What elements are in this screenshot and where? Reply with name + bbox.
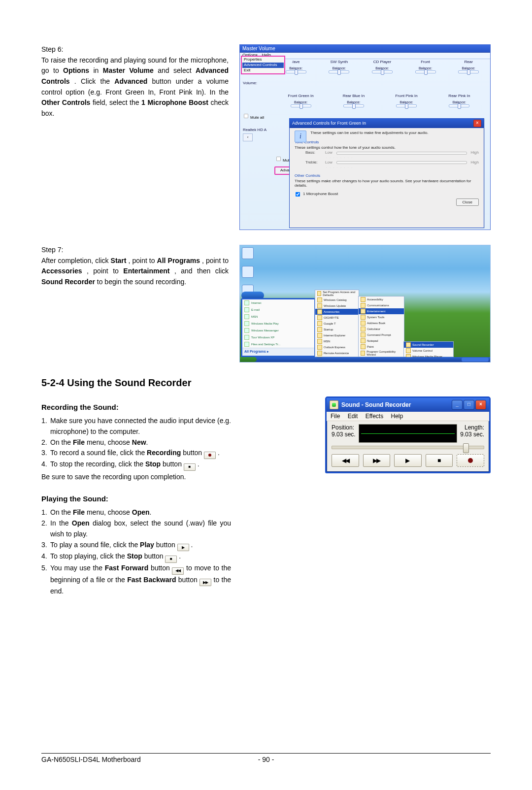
balance-slider[interactable] xyxy=(329,70,349,73)
start-panel-item[interactable]: Internet xyxy=(242,299,314,306)
stop-button[interactable] xyxy=(426,454,453,467)
bass-slider[interactable] xyxy=(336,152,467,155)
step6-label: Step 6: xyxy=(41,44,229,55)
menu-item[interactable]: Entertainment xyxy=(359,308,404,314)
menu-item[interactable]: Google T xyxy=(315,321,359,327)
record-button[interactable] xyxy=(457,454,484,467)
fast-forward-icon xyxy=(172,567,184,575)
menu-item[interactable]: Command Prompt xyxy=(359,332,404,338)
position-slider[interactable] xyxy=(332,446,484,449)
menu-item[interactable]: System Tools xyxy=(359,314,404,320)
page-footer: GA-N650SLI-DS4L Motherboard - 90 - xyxy=(41,753,491,763)
menu-item[interactable]: Internet Explorer xyxy=(315,332,359,338)
playing-heading: Playing the Sound: xyxy=(41,493,231,504)
options-menu-popup[interactable]: Properties Advanced Controls Exit xyxy=(241,56,285,74)
menu-item[interactable]: Paint xyxy=(359,344,404,350)
menu-item[interactable]: Program Compatibility Wizard xyxy=(359,350,404,357)
step7-text: Step 7: After completion, click Start , … xyxy=(41,245,229,362)
start-panel-item[interactable]: MSN xyxy=(242,313,314,320)
forward-button[interactable] xyxy=(363,454,391,467)
close-icon[interactable]: × xyxy=(473,120,481,127)
start-panel-item[interactable]: Tour Windows XP xyxy=(242,334,314,341)
menu-item[interactable]: Address Book xyxy=(359,320,404,326)
minimize-icon[interactable]: _ xyxy=(452,400,463,410)
sound-recorder-icon xyxy=(330,400,338,409)
sound-recorder-menubar[interactable]: File Edit Effects Help xyxy=(327,412,489,421)
sound-recorder-window: Sound - Sound Recorder _ □ × File Edit E… xyxy=(325,396,491,473)
footer-product: GA-N650SLI-DS4L Motherboard xyxy=(41,756,141,763)
step6-text: Step 6: To raise the recording and playi… xyxy=(41,44,229,230)
device-label: Realtek HD A xyxy=(243,128,266,132)
step7-label: Step 7: xyxy=(41,245,229,256)
entertainment-menu[interactable]: Sound RecorderVolume ControlWindows Medi… xyxy=(403,341,454,357)
mic-boost-checkbox[interactable]: 1 Microphone Boost xyxy=(295,191,479,198)
menu-item[interactable]: Accessories xyxy=(315,309,359,315)
start-panel-item[interactable]: Windows Media Play xyxy=(242,320,314,327)
mute-all-checkbox[interactable]: Mute all xyxy=(243,113,264,120)
xp-desktop-screenshot: InternetE-mailMSNWindows Media PlayWindo… xyxy=(239,245,491,362)
fast-backward-icon xyxy=(200,579,211,586)
maximize-icon[interactable]: □ xyxy=(464,400,474,410)
menu-item[interactable]: Set Program Access and Defaults xyxy=(315,290,359,297)
accessories-menu[interactable]: AccessibilityCommunicationsEntertainment… xyxy=(358,296,404,357)
desktop-icon[interactable] xyxy=(242,247,254,259)
menu-help[interactable]: Help xyxy=(391,413,403,420)
footer-page-number: - 90 - xyxy=(258,756,274,763)
balance-slider[interactable] xyxy=(291,104,311,107)
taskbar[interactable] xyxy=(240,357,490,362)
menu-item[interactable]: Notepad xyxy=(359,338,404,344)
menu-item[interactable]: Windows Messenger xyxy=(315,362,359,362)
slider-thumb[interactable] xyxy=(463,443,469,453)
menu-file[interactable]: File xyxy=(331,413,340,420)
close-icon[interactable]: × xyxy=(475,400,486,410)
close-button[interactable]: Close xyxy=(456,198,479,206)
balance-slider[interactable] xyxy=(286,70,306,73)
treble-slider[interactable] xyxy=(336,161,467,164)
stop-icon xyxy=(184,463,196,471)
master-volume-window: Master Volume Options Help Properties Ad… xyxy=(239,44,491,230)
menu-item[interactable]: Startup xyxy=(315,327,359,332)
menu-item[interactable]: Remote Assistance xyxy=(315,350,359,356)
play-button[interactable] xyxy=(394,454,422,467)
advanced-controls-dialog: Advanced Controls for Front Green In × T… xyxy=(289,118,484,228)
start-panel-item[interactable]: E-mail xyxy=(242,306,314,313)
rewind-button[interactable] xyxy=(332,454,359,467)
menu-item[interactable]: Windows Catalog xyxy=(315,297,359,303)
menu-item[interactable]: Communications xyxy=(359,302,404,308)
record-icon xyxy=(204,452,216,459)
balance-slider[interactable] xyxy=(458,70,479,73)
balance-slider[interactable] xyxy=(449,104,469,107)
menu-item[interactable]: Windows Update xyxy=(315,303,359,309)
sound-recorder-title: Sound - Sound Recorder xyxy=(341,401,411,408)
stop-icon xyxy=(165,556,177,563)
length-readout: Length: 9.03 sec. xyxy=(460,424,484,438)
start-button[interactable] xyxy=(240,357,257,362)
play-icon xyxy=(177,544,189,551)
balance-slider[interactable] xyxy=(415,70,436,73)
menu-effects[interactable]: Effects xyxy=(366,413,383,420)
start-panel-item[interactable]: Files and Settings Tr... xyxy=(242,341,314,348)
menu-item[interactable]: Accessibility xyxy=(359,296,404,302)
menu-item[interactable]: GIGABYTE xyxy=(315,315,359,321)
menu-item[interactable]: Calculator xyxy=(359,326,404,332)
menu-item[interactable]: Volume Control xyxy=(404,348,453,354)
balance-slider[interactable] xyxy=(396,104,417,107)
nav-left-icon[interactable]: ‹ xyxy=(243,133,253,141)
menu-item[interactable]: Sound Recorder xyxy=(404,342,453,348)
waveform-display xyxy=(359,424,458,443)
start-panel-item[interactable]: Windows Messenger xyxy=(242,327,314,334)
master-volume-title: Master Volume xyxy=(240,45,490,53)
balance-slider[interactable] xyxy=(372,70,393,73)
start-panel[interactable]: InternetE-mailMSNWindows Media PlayWindo… xyxy=(241,298,316,357)
balance-slider[interactable] xyxy=(343,104,364,107)
menu-edit[interactable]: Edit xyxy=(348,413,358,420)
desktop-icon[interactable] xyxy=(242,266,254,278)
recording-heading: Recording the Sound: xyxy=(41,401,231,413)
all-programs-button[interactable]: All Programs ▸ xyxy=(242,348,314,355)
menu-item[interactable]: Outlook Express xyxy=(315,344,359,350)
all-programs-menu[interactable]: Set Program Access and DefaultsWindows C… xyxy=(315,290,359,357)
menu-item[interactable]: MSN xyxy=(315,338,359,344)
advanced-info-text: These settings can be used to make fine … xyxy=(295,131,479,135)
advanced-controls-title: Advanced Controls for Front Green In xyxy=(292,121,366,126)
system-tray[interactable] xyxy=(462,358,489,362)
